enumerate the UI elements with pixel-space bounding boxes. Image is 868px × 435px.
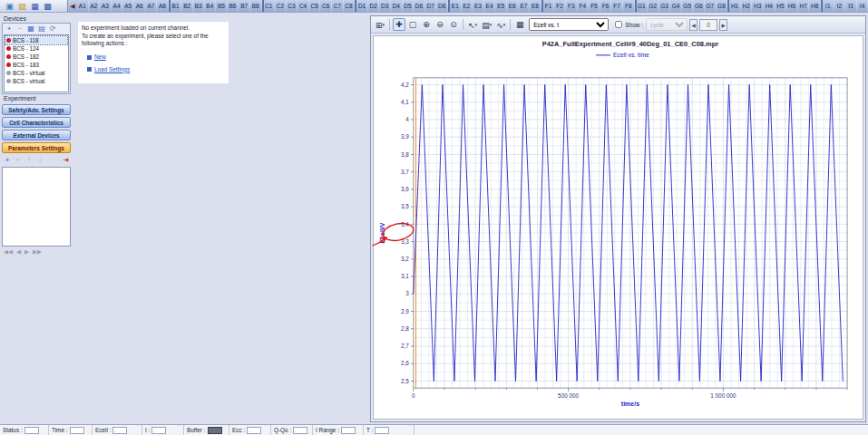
channel-cell-e7[interactable]: E7 [519, 0, 531, 12]
channel-cell-d7[interactable]: D7 [425, 0, 437, 12]
channel-cell-h3[interactable]: H3 [752, 0, 764, 12]
channel-cell-g1[interactable]: G1 [637, 0, 649, 12]
channel-cell-h5[interactable]: H5 [775, 0, 787, 12]
link-load-settings[interactable]: Load Settings [87, 66, 225, 74]
channel-cell-f8[interactable]: F8 [623, 0, 635, 12]
pager-right-button[interactable]: ▶ [719, 19, 727, 31]
channel-cell-h2[interactable]: H2 [741, 0, 753, 12]
channel-cell-e3[interactable]: E3 [473, 0, 484, 12]
channel-cell-g8[interactable]: G8 [717, 0, 728, 12]
channel-cell-f5[interactable]: F5 [589, 0, 600, 12]
save-all-icon[interactable]: ▩ [43, 1, 53, 12]
device-item[interactable]: BCS - 182 [5, 53, 67, 61]
cycle-select[interactable]: cycle [646, 18, 688, 31]
channel-cell-c2[interactable]: C2 [275, 0, 287, 12]
channel-cell-b3[interactable]: B3 [193, 0, 205, 12]
plot-type-select[interactable]: Ecell vs. t [529, 18, 609, 31]
refresh-devices-icon[interactable]: ⟳ [48, 24, 57, 34]
channel-cell-a7[interactable]: A7 [146, 0, 158, 12]
channel-cell-i4[interactable]: I4 [857, 0, 868, 12]
device-item[interactable]: BCS - 124 [5, 44, 67, 53]
channel-cell-e5[interactable]: E5 [495, 0, 507, 12]
channel-cell-e4[interactable]: E4 [484, 0, 496, 12]
plot-area[interactable]: 4,24,143,93,83,73,63,53,43,33,23,132,92,… [373, 35, 863, 420]
add-device-icon[interactable]: + [5, 24, 14, 34]
channel-cell-b8[interactable]: B8 [250, 0, 262, 12]
channel-cell-f6[interactable]: F6 [600, 0, 612, 12]
channel-cell-e1[interactable]: E1 [450, 0, 462, 12]
channel-cell-h6[interactable]: H6 [786, 0, 798, 12]
new-experiment-icon[interactable]: ▣ [5, 1, 15, 12]
channel-cell-c8[interactable]: C8 [344, 0, 356, 12]
channel-cell-i3[interactable]: I3 [845, 0, 857, 12]
channel-cell-c3[interactable]: C3 [287, 0, 298, 12]
channel-cell-c4[interactable]: C4 [297, 0, 309, 12]
channel-cell-h4[interactable]: H4 [764, 0, 775, 12]
devices-list[interactable]: BCS - 118BCS - 124BCS - 182BCS - 183BCS … [4, 34, 69, 92]
copy-graph-icon[interactable]: ⊞▾ [374, 18, 386, 31]
channel-cell-c1[interactable]: C1 [264, 0, 276, 12]
channel-cell-c7[interactable]: C7 [332, 0, 344, 12]
zoom-in-icon[interactable]: ⊕ [420, 18, 433, 31]
device-item[interactable]: BCS - virtual [5, 77, 67, 85]
experiment-tab-cell-characteristics[interactable]: Cell Characteristics [2, 117, 71, 128]
experiment-tab-external-devices[interactable]: External Devices [2, 130, 71, 140]
scroll-channels-left-icon[interactable]: ◀ [68, 0, 77, 12]
channel-cell-h1[interactable]: H1 [729, 0, 741, 12]
channel-cell-d2[interactable]: D2 [368, 0, 380, 12]
pan-icon[interactable]: ✚ [393, 18, 405, 31]
show-checkbox[interactable] [615, 21, 622, 28]
grid-view-icon[interactable]: ▦ [26, 24, 35, 34]
channel-cell-a4[interactable]: A4 [112, 0, 123, 12]
channel-cell-d1[interactable]: D1 [356, 0, 368, 12]
channel-cell-f2[interactable]: F2 [554, 0, 566, 12]
channel-cell-f7[interactable]: F7 [611, 0, 623, 12]
pager-left-button[interactable]: ◀ [689, 19, 697, 31]
channel-cell-a3[interactable]: A3 [100, 0, 112, 12]
cursor-select-icon[interactable]: ↖▾ [466, 18, 479, 31]
channel-cell-a2[interactable]: A2 [89, 0, 101, 12]
channel-cell-a1[interactable]: A1 [77, 0, 89, 12]
channel-cell-h7[interactable]: H7 [798, 0, 810, 12]
zoom-out-icon[interactable]: ⊖ [434, 18, 446, 31]
channel-cell-f1[interactable]: F1 [543, 0, 555, 12]
channel-cell-b4[interactable]: B4 [205, 0, 217, 12]
channel-cell-b7[interactable]: B7 [239, 0, 250, 12]
channel-cell-b1[interactable]: B1 [171, 0, 182, 12]
channel-cell-a5[interactable]: A5 [122, 0, 134, 12]
channel-cell-d4[interactable]: D4 [391, 0, 403, 12]
table-view-icon[interactable]: ▤ [37, 24, 46, 34]
channel-cell-g7[interactable]: G7 [705, 0, 717, 12]
channel-cell-e2[interactable]: E2 [462, 0, 473, 12]
channel-cell-d6[interactable]: D6 [414, 0, 425, 12]
channel-cell-i1[interactable]: I1 [823, 0, 834, 12]
channel-cell-c6[interactable]: C6 [320, 0, 332, 12]
ecell-vs-time-chart[interactable]: 4,24,143,93,83,73,63,53,43,33,23,132,92,… [374, 36, 863, 419]
channel-cell-g3[interactable]: G3 [659, 0, 671, 12]
channel-cell-f4[interactable]: F4 [578, 0, 590, 12]
channel-cell-c5[interactable]: C5 [309, 0, 321, 12]
channel-cell-i2[interactable]: I2 [834, 0, 846, 12]
zoom-box-icon[interactable]: ▢ [406, 18, 419, 31]
graph-properties-icon[interactable]: ▦ [513, 18, 526, 31]
device-item[interactable]: BCS - virtual [5, 69, 67, 77]
curve-select-icon[interactable]: ∿▾ [494, 18, 507, 31]
channel-cell-g2[interactable]: G2 [648, 0, 659, 12]
link-new[interactable]: New [87, 53, 225, 62]
channel-cell-h8[interactable]: H8 [809, 0, 821, 12]
save-icon[interactable]: ▦ [30, 1, 40, 12]
load-to-channel-icon[interactable]: ➜ [62, 156, 71, 165]
channel-cell-a6[interactable]: A6 [134, 0, 146, 12]
channel-cell-b2[interactable]: B2 [181, 0, 193, 12]
graph-style-icon[interactable]: ▤▾ [480, 18, 493, 31]
channel-cell-e6[interactable]: E6 [507, 0, 519, 12]
channel-cell-d3[interactable]: D3 [379, 0, 391, 12]
add-technique-icon[interactable]: + [3, 156, 12, 165]
channel-cell-g6[interactable]: G6 [693, 0, 705, 12]
zoom-reset-icon[interactable]: ⊙ [447, 18, 460, 31]
channel-cell-g4[interactable]: G4 [670, 0, 682, 12]
device-item[interactable]: BCS - 183 [5, 61, 67, 69]
channel-cell-b5[interactable]: B5 [216, 0, 228, 12]
channel-cell-f3[interactable]: F3 [566, 0, 578, 12]
open-icon[interactable]: ▨ [17, 1, 27, 12]
